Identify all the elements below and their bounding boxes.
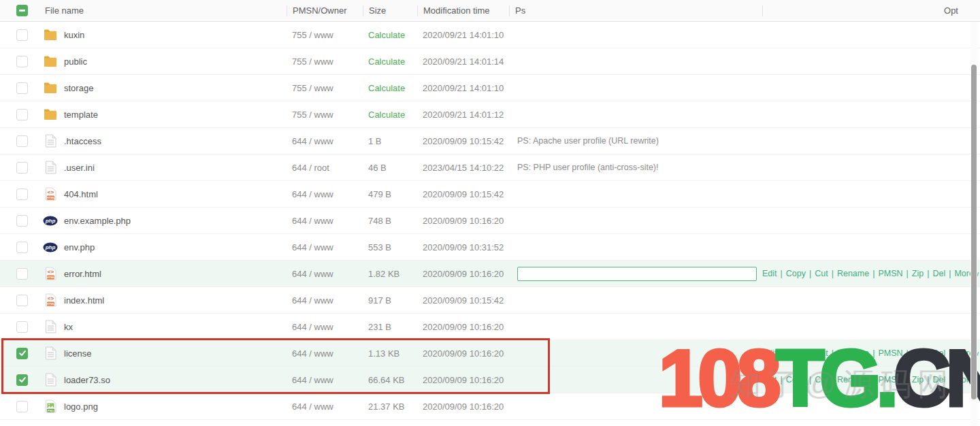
file-name[interactable]: .user.ini — [64, 163, 95, 173]
opt-separator: | — [927, 348, 929, 358]
opt-separator: | — [872, 269, 875, 278]
opt-link-rename[interactable]: Rename — [837, 375, 869, 384]
opt-link-edit[interactable]: Edit — [762, 375, 777, 384]
size-cell: 479 B — [363, 189, 417, 199]
opt-separator: | — [906, 269, 909, 278]
row-checkbox[interactable] — [16, 29, 28, 41]
opt-separator: | — [949, 348, 951, 358]
pmsn-owner-value: 644 / www — [287, 402, 363, 412]
modification-time-value: 2020/09/09 10:16:20 — [417, 216, 509, 226]
file-name[interactable]: logo.png — [64, 402, 98, 412]
file-name[interactable]: .htaccess — [64, 136, 101, 146]
file-name[interactable]: env.example.php — [64, 216, 131, 226]
table-header: File name PMSN/Owner Size Modification t… — [0, 0, 980, 22]
pmsn-owner-value: 644 / www — [287, 322, 363, 332]
scrollbar-track[interactable] — [970, 22, 977, 426]
row-checkbox[interactable] — [16, 109, 28, 120]
opt-link-edit[interactable]: Edit — [762, 348, 777, 358]
file-name[interactable]: license — [64, 348, 91, 359]
opt-link-zip[interactable]: Zip — [912, 348, 924, 358]
opt-cell: Edit|Copy|Cut|Rename|PMSN|Zip|Del|More∨ — [762, 375, 980, 384]
file-name[interactable]: template — [64, 110, 98, 120]
row-checkbox[interactable] — [16, 348, 28, 359]
modification-time-value: 2020/09/21 14:01:12 — [417, 110, 509, 120]
file-name[interactable]: 404.html — [64, 189, 98, 199]
file-name[interactable]: env.php — [64, 242, 95, 252]
row-checkbox[interactable] — [16, 215, 28, 227]
opt-link-pmsn[interactable]: PMSN — [878, 348, 902, 358]
opt-link-del[interactable]: Del — [932, 269, 945, 278]
scrollbar-thumb[interactable] — [971, 65, 977, 399]
row-checkbox[interactable] — [16, 295, 28, 306]
ps-note-input[interactable] — [517, 267, 757, 281]
row-checkbox[interactable] — [16, 82, 28, 94]
opt-separator: | — [906, 375, 909, 384]
opt-link-copy[interactable]: Copy — [786, 269, 806, 278]
size-cell: Calculate — [363, 56, 417, 67]
ps-note-text: PS: Apache user profile (URL rewrite) — [517, 136, 659, 146]
opt-link-rename[interactable]: Rename — [837, 269, 869, 278]
file-name[interactable]: kx — [64, 322, 73, 332]
file-row: PNGlogo.png644 / www21.37 KB2020/09/09 1… — [0, 393, 980, 420]
row-checkbox[interactable] — [16, 242, 28, 253]
row-checkbox[interactable] — [16, 268, 28, 280]
opt-separator: | — [781, 348, 783, 358]
pmsn-owner-value: 644 / www — [287, 216, 363, 226]
opt-link-pmsn[interactable]: PMSN — [878, 375, 902, 384]
file-name-cell: <>HTMLerror.html — [39, 267, 287, 280]
row-checkbox[interactable] — [16, 401, 28, 412]
checkbox-cell — [0, 321, 39, 333]
opt-link-copy[interactable]: Copy — [786, 348, 806, 358]
file-manager-screen: File name PMSN/Owner Size Modification t… — [0, 0, 980, 426]
opt-separator: | — [781, 375, 783, 384]
file-row: <>HTMLerror.html644 / www1.82 KB2020/09/… — [0, 261, 980, 287]
calculate-size-link[interactable]: Calculate — [368, 56, 405, 67]
row-checkbox[interactable] — [16, 374, 28, 386]
file-name-cell: <>HTMLindex.html — [39, 293, 287, 307]
select-all-checkbox[interactable] — [16, 5, 28, 16]
row-checkbox[interactable] — [16, 321, 28, 333]
size-cell: 1 B — [363, 136, 417, 146]
row-checkbox[interactable] — [16, 56, 28, 67]
svg-text:HTML: HTML — [46, 302, 55, 306]
row-checkbox[interactable] — [16, 162, 28, 174]
file-name[interactable]: error.html — [64, 269, 101, 279]
opt-separator: | — [949, 375, 951, 384]
opt-separator: | — [906, 348, 909, 358]
row-checkbox[interactable] — [16, 135, 28, 147]
opt-link-zip[interactable]: Zip — [912, 269, 924, 278]
opt-link-zip[interactable]: Zip — [912, 375, 924, 384]
size-cell: Calculate — [363, 110, 417, 120]
file-name-cell: phpenv.php — [39, 242, 287, 252]
file-name[interactable]: loader73.so — [64, 375, 110, 385]
opt-link-rename[interactable]: Rename — [837, 348, 869, 358]
opt-link-copy[interactable]: Copy — [786, 375, 806, 384]
checkbox-cell — [0, 242, 39, 253]
size-cell: 21.37 KB — [363, 402, 417, 412]
size-value: 1.82 KB — [368, 269, 399, 279]
opt-link-del[interactable]: Del — [932, 348, 945, 358]
file-name[interactable]: index.html — [64, 295, 104, 306]
size-value: 917 B — [368, 295, 391, 306]
opt-link-cut[interactable]: Cut — [815, 348, 828, 358]
column-header-size: Size — [363, 5, 417, 16]
checkbox-cell — [0, 374, 39, 386]
file-name[interactable]: public — [64, 56, 87, 67]
file-name[interactable]: kuxin — [64, 30, 84, 40]
calculate-size-link[interactable]: Calculate — [368, 83, 405, 93]
calculate-size-link[interactable]: Calculate — [368, 110, 405, 120]
folder-icon — [42, 82, 59, 94]
opt-link-pmsn[interactable]: PMSN — [878, 269, 902, 278]
file-name[interactable]: storage — [64, 83, 93, 93]
modification-time-value: 2020/09/09 10:15:42 — [417, 189, 509, 199]
calculate-size-link[interactable]: Calculate — [368, 30, 405, 40]
modification-time-value: 2023/04/15 14:10:22 — [417, 163, 509, 173]
modification-time-value: 2020/09/09 10:31:52 — [417, 242, 509, 252]
ps-cell — [509, 267, 762, 281]
opt-separator: | — [809, 269, 811, 278]
opt-link-cut[interactable]: Cut — [815, 269, 828, 278]
opt-link-edit[interactable]: Edit — [762, 269, 777, 278]
row-checkbox[interactable] — [16, 189, 28, 200]
opt-link-del[interactable]: Del — [932, 375, 945, 384]
opt-link-cut[interactable]: Cut — [815, 375, 828, 384]
